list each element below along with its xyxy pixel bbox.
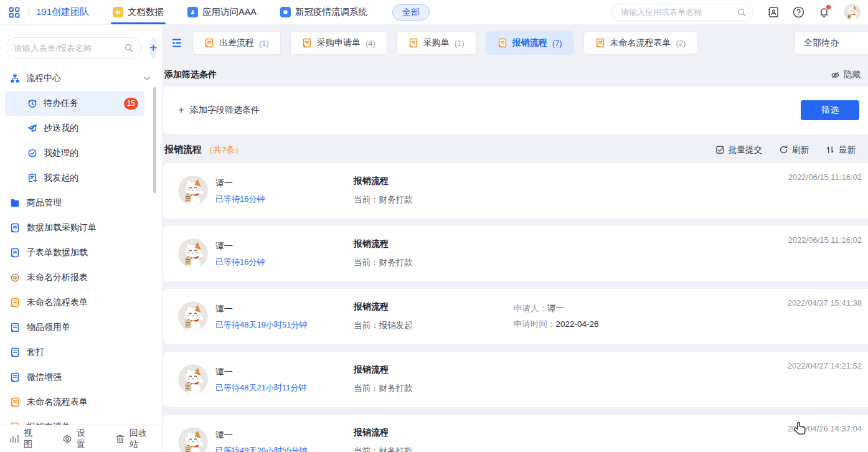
cat-avatar bbox=[178, 301, 208, 331]
chip-label: 报销流程 bbox=[512, 37, 547, 49]
form-tab-purchase-order[interactable]: 采购单 (1) bbox=[397, 31, 476, 55]
check-circle-icon bbox=[27, 148, 37, 158]
flow-name: 报销流程 bbox=[354, 301, 389, 313]
tab-app-access[interactable]: 应用访问AAA bbox=[187, 0, 257, 24]
topbar-search-input[interactable] bbox=[621, 7, 737, 17]
gear-icon bbox=[62, 434, 72, 444]
chip-label: 出差流程 bbox=[219, 37, 254, 49]
sidebar-scrollbar[interactable] bbox=[153, 87, 156, 193]
task-card-3[interactable]: 谭一 已等待48天19小时51分钟 报销流程 当前：报销发起 申请人：谭一 申请… bbox=[163, 289, 868, 344]
form-tab-purchase-application[interactable]: 采购申请单 (4) bbox=[290, 31, 387, 55]
filter-card: + 添加字段筛选条件 筛选 bbox=[163, 87, 868, 134]
search-icon[interactable] bbox=[737, 7, 747, 17]
trash-icon bbox=[115, 434, 125, 444]
chip-count: (2) bbox=[676, 39, 686, 48]
app-grid-icon[interactable] bbox=[8, 6, 21, 19]
current-node: 当前：财务打款 bbox=[354, 446, 413, 452]
sidebar-item-wechat-enhance[interactable]: 微信增强 bbox=[0, 365, 162, 390]
timestamp: 2022/06/15 11:16:02 bbox=[788, 235, 862, 245]
eye-off-icon bbox=[831, 70, 840, 80]
timestamp: 2022/06/15 11:16:02 bbox=[788, 172, 862, 182]
doc-icon bbox=[10, 298, 20, 308]
sidebar-item-unnamed-report[interactable]: 未命名分析报表 bbox=[0, 265, 162, 290]
sidebar-item-label: 子表单数据加载 bbox=[27, 247, 88, 258]
task-card-5[interactable]: 谭一 已等待49天20小时55分钟 报销流程 当前：财务打款 2022/04/2… bbox=[163, 415, 868, 452]
filter-button[interactable]: 筛选 bbox=[801, 100, 859, 120]
contacts-icon[interactable] bbox=[767, 6, 779, 18]
sidebar-item-label: 我处理的 bbox=[44, 148, 78, 159]
chip-count: (1) bbox=[259, 39, 269, 48]
checkbox-icon bbox=[715, 145, 725, 154]
user-avatar[interactable] bbox=[844, 4, 861, 21]
footer-label: 视图 bbox=[24, 428, 39, 450]
workspace-tabs: 文档数据 应用访问AAA 新冠疫情流调系统 bbox=[89, 0, 367, 24]
bar-chart-icon bbox=[9, 434, 19, 444]
current-node: 当前：财务打款 bbox=[354, 383, 413, 394]
sidebar-item-handled-by-me[interactable]: 我处理的 bbox=[5, 141, 144, 166]
add-form-button[interactable]: + bbox=[149, 37, 157, 59]
sidebar-item-unnamed-flow-form-2[interactable]: 未命名流程表单 bbox=[0, 390, 162, 415]
sidebar-footer: 视图 设置 回收站 bbox=[0, 425, 162, 452]
sidebar-item-subform-data-load[interactable]: 子表单数据加载 bbox=[0, 240, 162, 265]
refresh-label: 刷新 bbox=[792, 144, 809, 156]
tab-doc-data[interactable]: 文档数据 bbox=[113, 0, 164, 24]
add-field-filter-button[interactable]: + 添加字段筛选条件 bbox=[178, 104, 260, 116]
sidebar-item-todo-tasks[interactable]: 待办任务 15 bbox=[5, 91, 144, 116]
chevron-down-icon[interactable] bbox=[143, 75, 151, 82]
sidebar-item-unnamed-flow-form-1[interactable]: 未命名流程表单 bbox=[0, 290, 162, 315]
form-tab-unnamed-flow-form[interactable]: 未命名流程表单 (2) bbox=[583, 31, 698, 55]
add-field-label: 添加字段筛选条件 bbox=[190, 105, 260, 116]
chip-count: (7) bbox=[552, 39, 562, 48]
form-tab-business-trip[interactable]: 出差流程 (1) bbox=[192, 31, 281, 55]
chip-label: 采购单 bbox=[423, 37, 450, 49]
sidebar-group-process-center[interactable]: 流程中心 bbox=[0, 66, 162, 91]
doc-icon bbox=[595, 38, 605, 48]
task-card-1[interactable]: 谭一 已等待16分钟 报销流程 当前：财务打款 2022/06/15 11:16… bbox=[163, 163, 868, 219]
apply-time-field: 申请时间：2022-04-26 bbox=[514, 319, 599, 330]
help-icon[interactable] bbox=[793, 6, 804, 18]
sidebar-item-label: 套打 bbox=[27, 347, 44, 358]
refresh-button[interactable]: 刷新 bbox=[779, 144, 809, 156]
chip-label: 采购申请单 bbox=[317, 37, 361, 49]
sidebar-search-input[interactable] bbox=[14, 44, 124, 53]
sidebar-item-label: 未命名分析报表 bbox=[27, 272, 88, 283]
sidebar-item-cc-to-me[interactable]: 抄送我的 bbox=[5, 116, 144, 141]
app-access-icon bbox=[187, 7, 198, 17]
flow-name: 报销流程 bbox=[354, 427, 389, 438]
status-filter-select[interactable]: 全部待办 bbox=[795, 31, 868, 55]
tab-covid-system[interactable]: 新冠疫情流调系统 bbox=[280, 0, 367, 24]
sidebar-item-data-load-purchase-order[interactable]: 数据加载采购订单 bbox=[0, 215, 162, 240]
recycle-bin-button[interactable]: 回收站 bbox=[115, 428, 153, 450]
doc-icon bbox=[10, 223, 20, 233]
task-card-2[interactable]: 谭一 已等待16分钟 报销流程 当前：财务打款 2022/06/15 11:16… bbox=[163, 226, 868, 281]
hide-label: 隐藏 bbox=[844, 69, 861, 80]
team-name[interactable]: 191创建团队 bbox=[36, 6, 89, 18]
list-title: 报销流程 bbox=[164, 144, 202, 156]
hide-filter-button[interactable]: 隐藏 bbox=[831, 69, 861, 80]
doc-icon bbox=[498, 38, 507, 48]
settings-button[interactable]: 设置 bbox=[62, 428, 92, 450]
current-node: 当前：财务打款 bbox=[354, 194, 413, 205]
list-count: （共7条） bbox=[205, 144, 243, 156]
task-card-4[interactable]: 谭一 已等待48天21小时11分钟 报销流程 当前：财务打款 2022/04/2… bbox=[163, 352, 868, 407]
tab-label: 应用访问AAA bbox=[202, 6, 257, 18]
sidebar-item-initiated-by-me[interactable]: 我发起的 bbox=[5, 166, 144, 191]
bell-icon[interactable] bbox=[818, 6, 830, 18]
waiting-time: 已等待48天19小时51分钟 bbox=[215, 319, 307, 331]
timestamp: 2022/04/26 14:37:04 bbox=[788, 424, 862, 433]
cat-avatar bbox=[178, 238, 208, 268]
chip-count: (4) bbox=[366, 39, 375, 48]
topbar-left: 191创建团队 bbox=[0, 6, 89, 19]
sort-newest-button[interactable]: 最新 bbox=[826, 144, 856, 156]
sidebar-item-item-requisition[interactable]: 物品领用单 bbox=[0, 315, 162, 340]
all-apps-pill[interactable]: 全部 bbox=[392, 4, 430, 21]
sidebar-item-print-template[interactable]: 套打 bbox=[0, 340, 162, 365]
form-tab-reimbursement[interactable]: 报销流程 (7) bbox=[486, 31, 574, 55]
filter-header: 添加筛选条件 隐藏 bbox=[164, 69, 861, 80]
sidebar-item-product-management[interactable]: 商品管理 bbox=[0, 191, 162, 215]
collapse-icon[interactable] bbox=[171, 37, 183, 49]
batch-submit-button[interactable]: 批量提交 bbox=[715, 144, 762, 156]
waiting-time: 已等待16分钟 bbox=[215, 194, 265, 205]
applicant-name: 谭一 bbox=[215, 367, 233, 378]
views-button[interactable]: 视图 bbox=[9, 428, 39, 450]
